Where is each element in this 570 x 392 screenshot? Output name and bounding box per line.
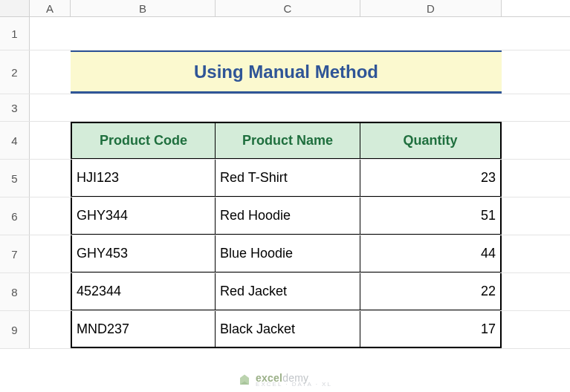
col-header-C[interactable]: C [216,0,360,16]
cell-A6[interactable] [30,197,71,235]
cell-D1[interactable] [360,17,502,50]
cell-C1[interactable] [216,17,360,50]
table-cell-name[interactable]: Red Jacket [216,273,360,310]
table-cell-name[interactable]: Black Jacket [216,311,360,348]
select-all-corner[interactable] [0,0,30,16]
cell-D3[interactable] [360,94,502,121]
title-merged-cell[interactable]: Using Manual Method [71,50,502,94]
table-cell-qty[interactable]: 23 [360,160,502,197]
cell-A8[interactable] [30,273,71,310]
row-8: 8 452344 Red Jacket 22 [0,273,570,311]
cell-A1[interactable] [30,17,71,50]
row-7: 7 GHY453 Blue Hoodie 44 [0,235,570,273]
cell-A7[interactable] [30,235,71,272]
cell-C3[interactable] [216,94,360,121]
table-cell-qty[interactable]: 22 [360,273,502,310]
header-product-code[interactable]: Product Code [71,122,216,159]
col-header-D[interactable]: D [360,0,502,16]
header-product-name[interactable]: Product Name [216,122,360,159]
watermark: exceldemy EXCEL · DATA · XL [0,373,570,388]
table-cell-code[interactable]: MND237 [71,311,216,348]
row-6: 6 GHY344 Red Hoodie 51 [0,197,570,235]
watermark-tagline: EXCEL · DATA · XL [256,382,332,388]
column-header-row: A B C D [0,0,570,17]
table-cell-code[interactable]: GHY344 [71,197,216,235]
col-header-A[interactable]: A [30,0,71,16]
row-header-3[interactable]: 3 [0,94,30,121]
table-cell-qty[interactable]: 44 [360,235,502,272]
row-header-1[interactable]: 1 [0,17,30,50]
row-header-5[interactable]: 5 [0,160,30,197]
cell-A5[interactable] [30,160,71,197]
row-3: 3 [0,94,570,122]
row-9: 9 MND237 Black Jacket 17 [0,311,570,349]
cell-B1[interactable] [71,17,216,50]
cell-A3[interactable] [30,94,71,121]
table-cell-name[interactable]: Red T-Shirt [216,160,360,197]
cell-A4[interactable] [30,122,71,159]
table-cell-code[interactable]: 452344 [71,273,216,310]
col-header-B[interactable]: B [71,0,216,16]
row-header-2[interactable]: 2 [0,50,30,94]
row-2: 2 Using Manual Method [0,50,570,94]
table-cell-qty[interactable]: 17 [360,311,502,348]
exceldemy-logo-icon [238,373,251,387]
header-quantity[interactable]: Quantity [360,122,502,159]
table-cell-name[interactable]: Blue Hoodie [216,235,360,272]
table-cell-name[interactable]: Red Hoodie [216,197,360,235]
table-cell-qty[interactable]: 51 [360,197,502,235]
row-4: 4 Product Code Product Name Quantity [0,122,570,160]
table-cell-code[interactable]: HJI123 [71,160,216,197]
table-cell-code[interactable]: GHY453 [71,235,216,272]
row-1: 1 [0,17,570,50]
cell-B3[interactable] [71,94,216,121]
row-header-9[interactable]: 9 [0,311,30,348]
cell-A2[interactable] [30,50,71,94]
row-header-4[interactable]: 4 [0,122,30,159]
row-header-6[interactable]: 6 [0,197,30,235]
row-header-8[interactable]: 8 [0,273,30,310]
row-5: 5 HJI123 Red T-Shirt 23 [0,160,570,197]
row-header-7[interactable]: 7 [0,235,30,272]
cell-A9[interactable] [30,311,71,348]
spreadsheet-view: A B C D 1 2 Using Manual Method 3 4 Prod… [0,0,570,392]
page-title: Using Manual Method [194,62,378,82]
